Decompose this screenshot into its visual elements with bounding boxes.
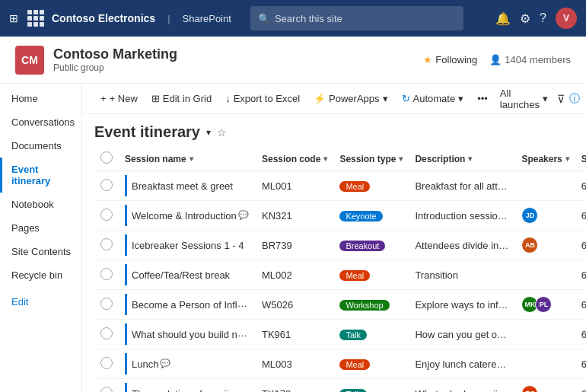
sidebar-item-home[interactable]: Home — [0, 87, 81, 110]
sidebar-item-notebook[interactable]: Notebook — [0, 193, 81, 216]
row-checkbox[interactable] — [94, 201, 119, 231]
row-checkbox[interactable] — [94, 320, 119, 349]
following-button[interactable]: ★ Following — [423, 54, 477, 65]
powerapps-chevron: ▾ — [383, 93, 388, 104]
row-checkbox[interactable] — [94, 171, 119, 201]
speakers-cell: AB — [515, 231, 575, 260]
row-checkbox[interactable] — [94, 349, 119, 379]
sidebar-item-conversations[interactable]: Conversations — [0, 110, 81, 134]
edit-grid-button[interactable]: ⊞ Edit in Grid — [145, 90, 218, 107]
site-subtitle: Public group — [53, 62, 177, 73]
row-checkbox[interactable] — [94, 290, 119, 320]
start-time-cell: 6/1/2020 09:30AM — [575, 201, 586, 231]
members-count: 1404 members — [505, 54, 571, 65]
session-code-cell: BR739 — [256, 231, 333, 260]
start-time-cell: 6/1/2020 10:30AM — [575, 260, 586, 290]
table-row[interactable]: Icebreaker Sessions 1 - 4BR739BreakoutAt… — [94, 231, 586, 260]
user-avatar[interactable]: V — [556, 8, 577, 29]
event-table: Session name▾ Session code▾ Session type… — [94, 147, 586, 392]
column-session-name[interactable]: Session name▾ — [119, 147, 256, 171]
sidebar-item-event-itinerary[interactable]: Event itinerary — [0, 158, 81, 193]
sidebar-item-recycle-bin[interactable]: Recycle bin — [0, 263, 81, 287]
session-name-cell: Icebreaker Sessions 1 - 4 — [119, 231, 256, 260]
session-type-badge: Breakout — [339, 241, 385, 251]
table-row[interactable]: Coffee/Tea/Rest breakML002MealTransition… — [94, 260, 586, 290]
description-cell: Attendees divide into... — [409, 231, 515, 260]
top-nav-right: 🔔 ⚙ ? V — [495, 8, 577, 29]
row-checkbox[interactable] — [94, 379, 119, 393]
session-name-cell: Breakfast meet & greet — [119, 171, 256, 201]
automate-label: Automate — [413, 93, 456, 104]
column-session-code[interactable]: Session code▾ — [256, 147, 333, 171]
description-cell: Breakfast for all atten... — [409, 171, 515, 201]
session-type-cell: Workshop — [333, 290, 409, 320]
page-title-bar: Event itinerary ▾ ☆ — [82, 114, 586, 147]
sidebar: HomeConversationsDocumentsEvent itinerar… — [0, 84, 82, 392]
launches-button[interactable]: All launches ▾ — [495, 84, 553, 113]
table-row[interactable]: Become a Person of InfluenceW5026Worksho… — [94, 290, 586, 320]
session-type-badge: Keynote — [339, 211, 382, 221]
filter-icon[interactable]: ⊽ — [557, 93, 565, 105]
export-button[interactable]: ↓ Export to Excel — [219, 90, 306, 107]
start-time-cell: 6/1/2020 11:30AM — [575, 320, 586, 349]
help-icon[interactable]: ? — [540, 11, 546, 25]
session-code-cell: ML001 — [256, 171, 333, 201]
column-start-time[interactable]: Start time▾ — [575, 147, 586, 171]
session-type-badge: Meal — [339, 359, 370, 370]
following-label: Following — [435, 54, 477, 65]
column-description[interactable]: Description▾ — [409, 147, 515, 171]
table-row[interactable]: Breakfast meet & greetML001MealBreakfast… — [94, 171, 586, 201]
start-time-cell: 6/1/2020 1:30PM — [575, 379, 586, 393]
export-label: Export to Excel — [234, 93, 300, 104]
chat-icon: 💬 — [160, 359, 170, 368]
table-row[interactable]: What should you build next?💬TK961TalkHow… — [94, 320, 586, 349]
session-name: Welcome & Introduction — [132, 210, 237, 221]
session-name-cell: Welcome & Introduction💬 — [119, 201, 256, 231]
speaker-avatar: PL — [535, 296, 552, 313]
site-info: Contoso Marketing Public group — [53, 46, 177, 73]
automate-chevron: ▾ — [458, 93, 463, 104]
table-row[interactable]: Lunch💬ML003MealEnjoy lunch catered b...6… — [94, 349, 586, 379]
row-checkbox[interactable] — [94, 260, 119, 290]
column-check[interactable] — [94, 147, 119, 171]
sidebar-item-edit[interactable]: Edit — [0, 290, 81, 314]
title-chevron-icon[interactable]: ▾ — [206, 127, 211, 138]
waffle-icon[interactable]: ⊞ — [9, 12, 18, 24]
more-button[interactable]: ••• — [471, 90, 494, 107]
settings-icon[interactable]: ⚙ — [520, 11, 530, 26]
table-row[interactable]: The evolution of emoji usag...TK173TalkW… — [94, 379, 586, 393]
notification-icon[interactable]: 🔔 — [495, 11, 511, 26]
brand-name: Contoso Electronics — [52, 12, 155, 24]
speakers-cell: JD — [515, 201, 575, 231]
person-icon: 👤 — [489, 54, 502, 65]
speakers-cell: RS — [515, 379, 575, 393]
sidebar-item-site-contents[interactable]: Site Contents — [0, 240, 81, 263]
sidebar-item-documents[interactable]: Documents — [0, 134, 81, 158]
table-container: Session name▾ Session code▾ Session type… — [82, 147, 586, 392]
title-star-icon[interactable]: ☆ — [217, 126, 227, 139]
info-icon[interactable]: ⓘ — [569, 92, 580, 106]
column-speakers[interactable]: Speakers▾ — [515, 147, 575, 171]
new-button[interactable]: + + New — [94, 90, 144, 107]
members-info: 👤 1404 members — [489, 54, 571, 65]
site-header: CM Contoso Marketing Public group ★ Foll… — [0, 37, 586, 84]
description-cell: Explore ways to influe... — [409, 290, 515, 320]
start-time-cell: 6/1/2020 12:30PM — [575, 349, 586, 379]
powerapps-button[interactable]: ⚡ PowerApps ▾ — [307, 90, 393, 107]
column-session-type[interactable]: Session type▾ — [333, 147, 409, 171]
speakers-cell — [515, 171, 575, 201]
table-row[interactable]: Welcome & Introduction💬KN321KeynoteIntro… — [94, 201, 586, 231]
automate-button[interactable]: ↻ Automate ▾ — [396, 90, 470, 107]
main-layout: HomeConversationsDocumentsEvent itinerar… — [0, 84, 586, 392]
command-bar-right: All launches ▾ ⊽ ⓘ — [495, 84, 580, 113]
search-bar[interactable]: 🔍 Search this site — [250, 6, 463, 30]
session-name: Breakfast meet & greet — [132, 180, 233, 192]
row-checkbox[interactable] — [94, 231, 119, 260]
speaker-avatar: AB — [521, 237, 538, 253]
sidebar-item-pages[interactable]: Pages — [0, 216, 81, 240]
session-type-cell: Meal — [333, 349, 409, 379]
start-time-cell: 6/1/2020 10:00AM — [575, 231, 586, 260]
site-logo: CM — [15, 46, 44, 75]
main-content: + + New ⊞ Edit in Grid ↓ Export to Excel… — [82, 84, 586, 392]
session-type-badge: Meal — [339, 270, 370, 281]
